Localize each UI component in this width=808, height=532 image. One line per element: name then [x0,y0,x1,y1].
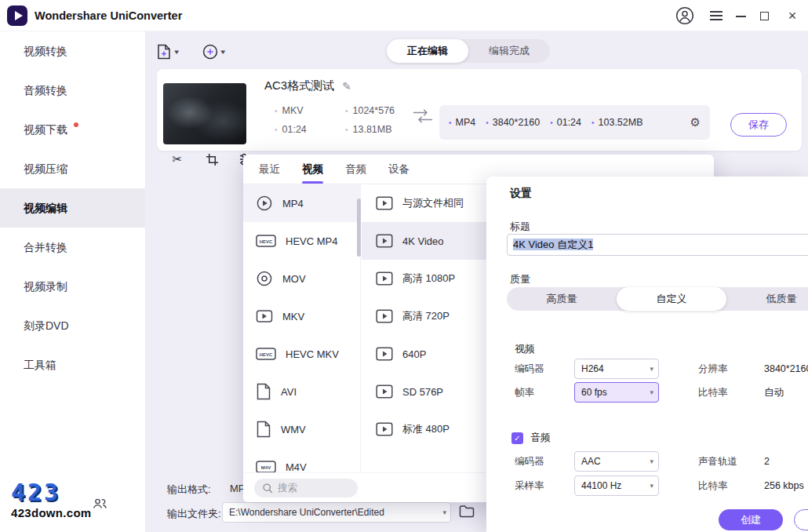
output-folder-value: E:\Wondershare UniConverter\Edited [229,507,384,518]
framerate-select[interactable]: 60 fps ▾ [574,382,659,403]
sidebar-item-label: 音频转换 [24,84,67,97]
samplerate-select[interactable]: 44100 Hz ▾ [574,476,659,496]
audio-encoder-value: AAC [581,456,601,467]
format-item-avi[interactable]: AVI [243,373,360,410]
audio-checkbox[interactable]: ✓ [511,432,523,444]
format-item-hevc-mkv[interactable]: HEVC HEVC MKV [243,335,360,373]
audio-section-label: 音频 [530,431,551,445]
video-thumbnail[interactable] [163,83,246,144]
bitrate-value[interactable]: 自动 [764,382,784,403]
channels-value[interactable]: 2 [764,451,770,472]
format-label: MP4 [282,198,304,210]
bullet-icon: • [591,118,595,127]
audio-encoder-label: 编码器 [515,451,544,472]
sidebar-item-burn-dvd[interactable]: 刻录DVD [0,306,145,345]
crop-icon[interactable] [203,151,220,168]
settings-title: 设置 [510,187,532,201]
audio-section-header: ✓ 音频 [511,431,551,445]
encoder-select[interactable]: H264 ▾ [574,359,659,379]
titlebar: Wondershare UniConverter × [0,0,808,31]
sidebar-item-label: 视频录制 [24,280,67,293]
tab-audio[interactable]: 音频 [334,155,377,184]
mp4-icon [256,195,273,212]
sidebar-item-toolbox[interactable]: 工具箱 [0,345,145,384]
output-folder-input[interactable]: E:\Wondershare UniConverter\Edited ▾ [222,502,451,523]
output-resolution: • 3840*2160 [486,117,540,128]
browse-folder-button[interactable] [459,504,475,518]
edit-tools: ✂ [169,151,255,168]
svg-text:HEVC: HEVC [260,352,273,357]
menu-icon[interactable] [710,15,722,16]
add-options-button[interactable]: ▾ [202,41,225,63]
channels-label: 声音轨道 [698,451,737,472]
format-item-wmv[interactable]: WMV [243,410,360,448]
close-button[interactable]: × [782,0,803,31]
format-item-mp4[interactable]: MP4 [243,184,360,222]
sidebar-item-video-download[interactable]: 视频下载 [0,110,145,149]
format-item-mov[interactable]: MOV [243,260,360,297]
format-item-hevc-mp4[interactable]: HEVC HEVC MP4 [243,222,360,260]
search-box[interactable] [254,479,358,497]
format-label: MKV [282,311,304,322]
resolution-label: 640P [402,348,426,360]
bullet-icon: • [345,126,348,134]
sidebar-item-label: 视频下载 [24,123,67,136]
resolution-label: 高清 1080P [402,271,455,286]
title-input[interactable]: 4K Video 自定义1 [507,234,808,256]
video-preset-icon [376,309,393,323]
resolution-value[interactable]: 3840*2160 [764,359,808,379]
output-summary: • MP4 • 3840*2160 • 01:24 • 103.52MB ⚙ [439,105,710,140]
tab-device[interactable]: 设备 [377,155,420,184]
tab-recent[interactable]: 最近 [248,155,291,184]
sidebar-item-screen-record[interactable]: 视频录制 [0,267,145,306]
quality-segmented-control: 高质量 自定义 低质量 [507,287,808,311]
format-label: MOV [282,273,306,285]
maximize-button[interactable] [760,12,769,20]
multi-user-icon[interactable] [93,497,107,510]
sidebar-item-merge-convert[interactable]: 合并转换 [0,228,145,267]
output-folder-label: 输出文件夹: [167,507,221,521]
svg-text:HEVC: HEVC [260,239,273,244]
tab-finished[interactable]: 编辑完成 [468,39,550,63]
watermark: 423 423down.com [11,481,92,519]
minimize-button[interactable] [736,16,746,17]
format-list-scrollbar[interactable] [357,199,361,257]
account-avatar-button[interactable] [675,6,694,25]
quality-option-high[interactable]: 高质量 [507,287,617,311]
framerate-label: 帧率 [515,382,534,403]
sidebar-item-label: 工具箱 [24,359,56,371]
search-input[interactable] [278,483,344,494]
sidebar-item-video-convert[interactable]: 视频转换 [0,31,145,71]
watermark-domain-text: 423down.com [11,506,92,519]
chevron-down-icon: ▾ [442,503,446,522]
quality-option-low[interactable]: 低质量 [726,287,808,311]
sidebar-item-video-compress[interactable]: 视频压缩 [0,149,145,188]
tab-editing[interactable]: 正在编辑 [387,39,468,63]
quality-option-custom[interactable]: 自定义 [617,287,726,311]
avi-icon [256,383,271,400]
format-item-mkv[interactable]: MKV [243,297,360,335]
bullet-icon: • [449,118,452,127]
sidebar-item-video-edit[interactable]: 视频编辑 [0,188,145,228]
sidebar-item-label: 刻录DVD [24,319,69,332]
trim-scissors-icon[interactable]: ✂ [169,151,186,168]
add-file-button[interactable]: ▾ [155,41,179,63]
resolution-label: SD 576P [402,386,443,398]
samplerate-row: 采样率 44100 Hz ▾ 比特率 256 kbps [515,476,808,496]
wmv-icon [256,421,271,438]
output-format-value: MP4 [456,117,476,128]
save-button[interactable]: 保存 [730,113,787,137]
encoder-label: 编码器 [515,359,544,379]
audio-bitrate-value[interactable]: 256 kbps [764,476,804,496]
resolution-label: 标准 480P [402,422,449,436]
output-settings-gear-icon[interactable]: ⚙ [690,115,701,129]
tab-video[interactable]: 视频 [291,155,334,184]
confirm-button-partial[interactable] [794,509,808,530]
bullet-icon: • [275,126,278,134]
create-button[interactable]: 创建 [719,509,783,530]
source-size-value: 13.81MB [353,124,392,135]
audio-encoder-select[interactable]: AAC ▾ [574,451,659,472]
sidebar-item-audio-convert[interactable]: 音频转换 [0,71,145,110]
samplerate-value: 44100 Hz [581,480,621,491]
rename-pencil-icon[interactable]: ✎ [342,80,351,93]
